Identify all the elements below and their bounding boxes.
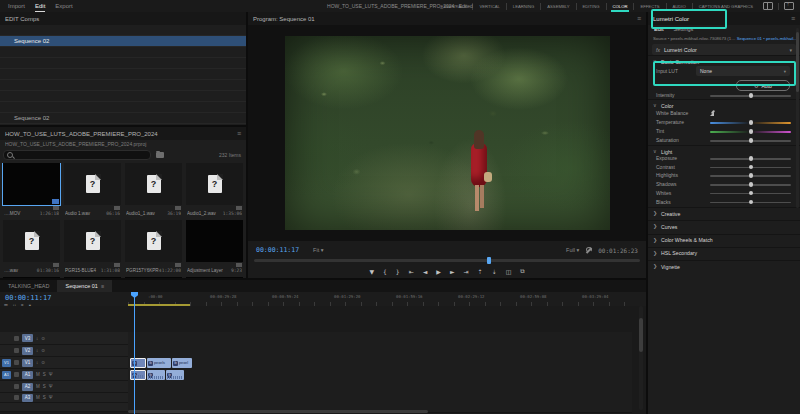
lumetri-panel-tab[interactable]: Lumetri Color ≡: [648, 12, 800, 25]
mute-button[interactable]: M: [36, 395, 40, 400]
list-item-sequence-02[interactable]: Sequence 02: [0, 113, 246, 124]
workspace-tab-essentials[interactable]: ESSENTIALS: [441, 4, 467, 9]
track-header-a2[interactable]: A2MSΨ: [0, 381, 128, 393]
track-visibility-eye-icon[interactable]: ⊙: [41, 336, 45, 341]
section-creative[interactable]: ❯Creative: [648, 207, 800, 219]
playback-resolution-dropdown[interactable]: Full ▾: [566, 247, 579, 253]
section-vignette[interactable]: ❯Vignette: [648, 260, 800, 272]
panel-divider[interactable]: [0, 125, 246, 127]
mute-button[interactable]: M: [36, 384, 40, 389]
audio-clip[interactable]: fx: [147, 370, 165, 380]
sync-lock-icon[interactable]: ↕: [36, 348, 38, 353]
bin-folder-icon[interactable]: [156, 152, 164, 158]
lock-icon[interactable]: [14, 372, 19, 377]
auto-button[interactable]: ↻ Auto: [736, 80, 790, 91]
list-item-sequence-02[interactable]: Sequence 02: [0, 36, 246, 47]
list-item[interactable]: [0, 102, 246, 113]
shadows-knob[interactable]: [749, 182, 754, 187]
list-item[interactable]: [0, 47, 246, 58]
eyedropper-icon[interactable]: [710, 110, 716, 116]
solo-button[interactable]: S: [43, 372, 46, 377]
workspace-tab-captions-and-graphics[interactable]: CAPTIONS AND GRAPHICS: [699, 4, 753, 9]
intensity-knob[interactable]: [749, 93, 754, 98]
mute-button[interactable]: M: [36, 372, 40, 377]
lumetri-effect-selector[interactable]: fx Lumetri Color ▾: [652, 44, 796, 55]
add-marker-icon[interactable]: ▼: [369, 268, 374, 275]
voiceover-mic-icon[interactable]: Ψ: [49, 395, 53, 400]
media-item-pgr157y6kpr[interactable]: ?PGR157Y6KPR41:22:00: [124, 220, 183, 275]
sequence-tab-sequence-01[interactable]: Sequence 01≡: [57, 280, 112, 292]
highlights-knob[interactable]: [749, 173, 754, 178]
section-curves[interactable]: ❯Curves: [648, 220, 800, 232]
workspace-tab-color[interactable]: COLOR: [613, 4, 628, 9]
track-target-v3[interactable]: V3: [22, 334, 33, 342]
list-item[interactable]: [0, 25, 246, 36]
media-item-audio-1-wav[interactable]: ?Audio 1.wav06:16: [63, 163, 122, 218]
audio-clip[interactable]: fx: [166, 370, 184, 380]
contrast-knob[interactable]: [749, 165, 754, 170]
mode-tab-edit[interactable]: Edit: [35, 3, 45, 9]
lumetri-subtab-settings[interactable]: Settings: [673, 26, 693, 32]
panel-divider[interactable]: [646, 12, 648, 414]
tint-knob[interactable]: [749, 129, 754, 134]
track-header-v3[interactable]: V3↕⊙: [0, 332, 128, 345]
track-visibility-eye-icon[interactable]: ⊙: [41, 360, 45, 365]
whites-knob[interactable]: [749, 191, 754, 196]
bin-list-tab[interactable]: EDIT Comps: [0, 12, 246, 25]
source-patch-a1[interactable]: A1: [2, 371, 11, 379]
program-monitor-tab[interactable]: Program: Sequence 01 ≡: [248, 12, 646, 25]
blacks-knob[interactable]: [749, 200, 754, 205]
monitor-scrub-bar[interactable]: [254, 259, 640, 262]
input-lut-dropdown[interactable]: None ▾: [696, 66, 790, 76]
mark-in-icon[interactable]: {: [383, 268, 387, 275]
video-clip-pexel[interactable]: fxpexel: [172, 358, 192, 368]
zoom-level-dropdown[interactable]: Fit ▾: [313, 247, 323, 253]
saturation-knob[interactable]: [749, 138, 754, 143]
workspace-tab-assembly[interactable]: ASSEMBLY: [547, 4, 569, 9]
lock-icon[interactable]: [14, 348, 19, 353]
sequence-tab-talking_head[interactable]: TALKING_HEAD: [0, 280, 57, 292]
track-header-a3[interactable]: A3MSΨ: [0, 393, 128, 403]
track-target-v2[interactable]: V2: [22, 347, 33, 355]
solo-button[interactable]: S: [43, 384, 46, 389]
panel-menu-icon[interactable]: ≡: [791, 15, 795, 22]
sync-lock-icon[interactable]: ↕: [36, 336, 38, 341]
voiceover-mic-icon[interactable]: Ψ: [49, 372, 53, 377]
step-forward-icon[interactable]: ►: [450, 268, 455, 275]
section-hsl-secondary[interactable]: ❯HSL Secondary: [648, 247, 800, 259]
panel-menu-icon[interactable]: ≡: [637, 15, 641, 22]
voiceover-mic-icon[interactable]: Ψ: [49, 384, 53, 389]
lumetri-scrollbar[interactable]: [796, 28, 799, 208]
track-header-a1[interactable]: A1A1MSΨ: [0, 369, 128, 381]
track-header-v2[interactable]: V2↕⊙: [0, 345, 128, 357]
media-item-pgr15-blue4[interactable]: ?PGR15-BLUE41:31:08: [63, 220, 122, 275]
list-item[interactable]: [0, 80, 246, 91]
workspace-grid-icon[interactable]: [763, 2, 773, 10]
track-lane-v3[interactable]: [128, 332, 632, 346]
media-item--wav[interactable]: ?….wav01:30:16: [2, 220, 61, 275]
workspace-tab-editing[interactable]: EDITING: [583, 4, 600, 9]
source-patch-v3[interactable]: [2, 334, 11, 342]
comparison-view-icon[interactable]: ⧉: [520, 267, 524, 275]
list-item[interactable]: [0, 58, 246, 69]
video-clip-pexels[interactable]: fxpexels: [147, 358, 171, 368]
list-item[interactable]: [0, 91, 246, 102]
panel-divider[interactable]: [0, 278, 646, 280]
workspace-tab-vertical[interactable]: VERTICAL: [479, 4, 499, 9]
play-icon[interactable]: ▶: [436, 268, 441, 275]
workspace-tab-audio[interactable]: AUDIO: [673, 4, 686, 9]
mode-tab-import[interactable]: Import: [8, 3, 25, 9]
media-item--mov[interactable]: ….MOV1:26:18: [2, 163, 61, 218]
timeline-vertical-scrollbar[interactable]: [639, 306, 643, 410]
solo-button[interactable]: S: [43, 395, 46, 400]
exposure-knob[interactable]: [749, 156, 754, 161]
export-frame-icon[interactable]: ◫: [506, 268, 512, 275]
media-item-audio1_2-wav[interactable]: ?Audio1_2.wav1:35:06: [185, 163, 244, 218]
lock-icon[interactable]: [14, 384, 19, 389]
media-item-adjustment-layer[interactable]: Adjustment Layer9:23: [185, 220, 244, 275]
workspace-tab-effects[interactable]: EFFECTS: [640, 4, 659, 9]
section-color-wheels-match[interactable]: ❯Color Wheels & Match: [648, 234, 800, 246]
playhead-line[interactable]: [134, 292, 135, 414]
source-patch-v1[interactable]: V1: [2, 359, 11, 367]
temperature-knob[interactable]: [749, 120, 754, 125]
